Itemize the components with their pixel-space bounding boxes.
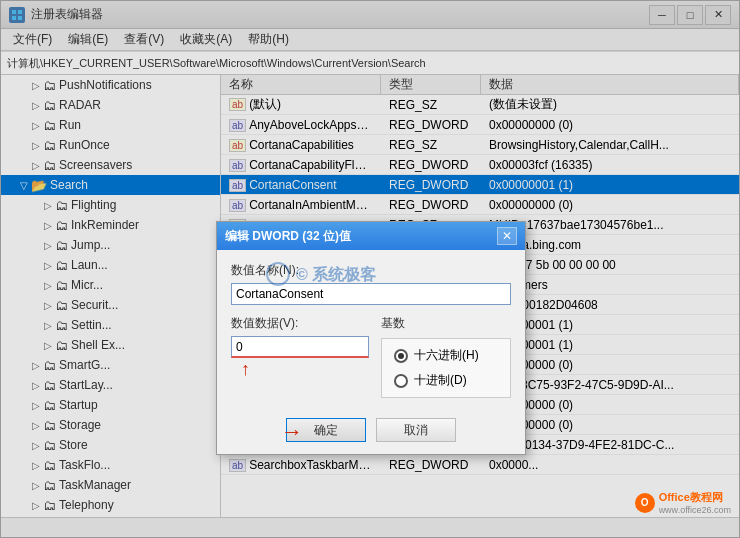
data-input[interactable]	[231, 336, 369, 358]
branding-text: Office教程网 www.office26.com	[659, 490, 731, 515]
dialog-title-text: 编辑 DWORD (32 位)值	[225, 228, 351, 245]
radio-hex-label: 十六进制(H)	[414, 347, 479, 364]
dialog-footer: 确定 取消	[217, 410, 525, 454]
base-label: 基数	[381, 315, 511, 332]
radio-dec-label: 十进制(D)	[414, 372, 467, 389]
radio-hex[interactable]: 十六进制(H)	[394, 347, 498, 364]
ok-button[interactable]: 确定	[286, 418, 366, 442]
data-label: 数值数据(V):	[231, 315, 369, 332]
edit-dword-dialog: 编辑 DWORD (32 位)值 ✕ 数值名称(N): 数值数据(V): ↑	[216, 221, 526, 455]
main-window: 注册表编辑器 ─ □ ✕ 文件(F) 编辑(E) 查看(V) 收藏夹(A) 帮助…	[0, 0, 740, 538]
name-label: 数值名称(N):	[231, 262, 511, 279]
dialog-overlay: 编辑 DWORD (32 位)值 ✕ 数值名称(N): 数值数据(V): ↑	[1, 1, 739, 537]
dialog-body: 数值名称(N): 数值数据(V): ↑ 基数	[217, 250, 525, 410]
data-input-wrapper: ↑	[231, 336, 369, 358]
dialog-main-row: 数值数据(V): ↑ 基数 十六进制(H)	[231, 315, 511, 398]
branding-area: O Office教程网 www.office26.com	[635, 490, 731, 515]
branding-url: www.office26.com	[659, 505, 731, 515]
name-input[interactable]	[231, 283, 511, 305]
dialog-title-bar: 编辑 DWORD (32 位)值 ✕	[217, 222, 525, 250]
branding-icon: O	[635, 493, 655, 513]
cancel-button[interactable]: 取消	[376, 418, 456, 442]
branding-name: Office教程网	[659, 490, 731, 505]
dialog-base-section: 基数 十六进制(H) 十进制(D)	[381, 315, 511, 398]
radio-hex-circle	[394, 349, 408, 363]
dialog-data-section: 数值数据(V): ↑	[231, 315, 369, 398]
radio-group: 十六进制(H) 十进制(D)	[381, 338, 511, 398]
radio-dec-circle	[394, 374, 408, 388]
dialog-close-button[interactable]: ✕	[497, 227, 517, 245]
radio-dec[interactable]: 十进制(D)	[394, 372, 498, 389]
